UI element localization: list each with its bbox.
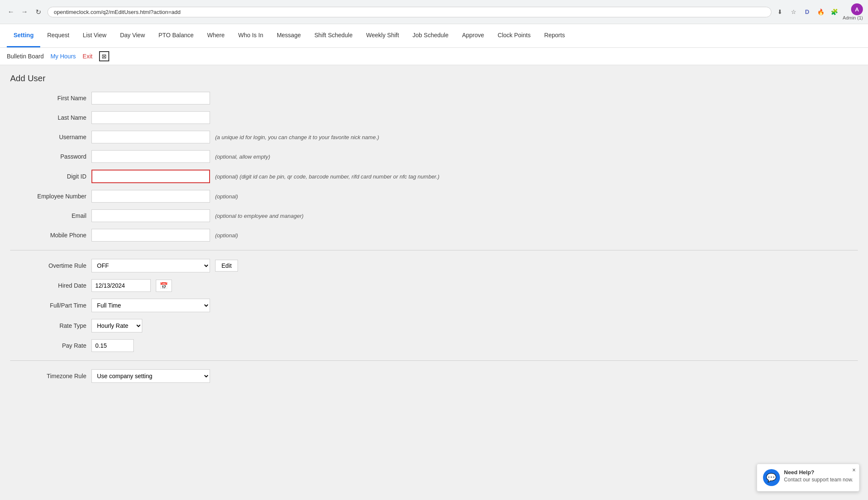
help-close-button[interactable]: × (852, 467, 856, 473)
exit-icon-box[interactable]: ⊠ (99, 51, 109, 61)
mobile-phone-input[interactable] (91, 229, 210, 242)
hired-date-label: Hired Date (10, 282, 86, 289)
username-row: Username (a unique id for login, you can… (10, 131, 858, 143)
timezone-rule-select[interactable]: Use company setting (91, 369, 210, 383)
full-part-time-label: Full/Part Time (10, 302, 86, 309)
last-name-row: Last Name (10, 111, 858, 124)
digit-id-row: Digit ID (optional) (digit id can be pin… (10, 170, 858, 183)
password-label: Password (10, 153, 86, 160)
sub-navigation: Bulletin Board My Hours Exit ⊠ (0, 48, 868, 65)
form-divider-1 (10, 250, 858, 250)
email-input[interactable] (91, 209, 210, 222)
nav-item-day-view[interactable]: Day View (113, 24, 152, 47)
nav-item-shift-schedule[interactable]: Shift Schedule (307, 24, 359, 47)
nav-item-where[interactable]: Where (200, 24, 231, 47)
calendar-button[interactable]: 📅 (156, 280, 172, 292)
nav-item-weekly-shift[interactable]: Weekly Shift (359, 24, 406, 47)
form-divider-2 (10, 360, 858, 361)
help-title: Need Help? (784, 469, 853, 475)
email-label: Email (10, 212, 86, 219)
hired-date-row: Hired Date 📅 (10, 279, 858, 292)
full-part-time-select[interactable]: Full Time Part Time (91, 299, 210, 312)
overtime-rule-label: Overtime Rule (10, 262, 86, 269)
back-button[interactable]: ← (5, 6, 17, 18)
flame-icon[interactable]: 🔥 (815, 7, 826, 17)
nav-item-reports[interactable]: Reports (537, 24, 572, 47)
mobile-phone-hint: (optional) (215, 232, 238, 239)
username-label: Username (10, 134, 86, 140)
first-name-input[interactable] (91, 92, 210, 104)
nav-item-job-schedule[interactable]: Job Schedule (406, 24, 455, 47)
nav-item-setting[interactable]: Setting (7, 24, 40, 47)
timezone-rule-row: Timezone Rule Use company setting (10, 369, 858, 383)
address-bar[interactable]: opentimeclock.com/q2/mEditUsers.html?act… (47, 7, 771, 17)
password-row: Password (optional, allow empty) (10, 150, 858, 163)
username-hint: (a unique id for login, you can change i… (215, 134, 379, 140)
admin-label: Admin (1) (843, 15, 863, 20)
page-title: Add User (10, 74, 858, 83)
nav-item-pto-balance[interactable]: PTO Balance (152, 24, 200, 47)
user-avatar[interactable]: A (851, 3, 863, 15)
nav-item-message[interactable]: Message (270, 24, 308, 47)
url-text: opentimeclock.com/q2/mEditUsers.html?act… (54, 9, 765, 15)
nav-item-list-view[interactable]: List View (76, 24, 113, 47)
digit-id-label: Digit ID (10, 173, 86, 180)
star-icon[interactable]: ☆ (788, 7, 799, 17)
last-name-input[interactable] (91, 111, 210, 124)
forward-button[interactable]: → (19, 6, 30, 18)
mobile-phone-label: Mobile Phone (10, 232, 86, 239)
nav-item-clock-points[interactable]: Clock Points (491, 24, 537, 47)
nav-buttons: ← → ↻ (5, 6, 44, 18)
password-hint: (optional, allow empty) (215, 154, 270, 160)
password-input[interactable] (91, 150, 210, 163)
download-icon[interactable]: ⬇ (775, 7, 785, 17)
add-user-form: First Name Last Name Username (a unique … (10, 92, 858, 383)
browser-icons: ⬇ ☆ D 🔥 🧩 A Admin (1) (775, 3, 863, 20)
employee-number-hint: (optional) (215, 193, 238, 200)
username-input[interactable] (91, 131, 210, 143)
extension-icon[interactable]: D (802, 7, 812, 17)
puzzle-icon[interactable]: 🧩 (829, 7, 839, 17)
subnav-exit[interactable]: Exit (83, 51, 92, 61)
mobile-phone-row: Mobile Phone (optional) (10, 229, 858, 242)
email-hint: (optional to employee and manager) (215, 213, 304, 219)
employee-number-label: Employee Number (10, 193, 86, 200)
help-subtitle: Contact our support team now. (784, 477, 853, 483)
rate-type-label: Rate Type (10, 322, 86, 329)
nav-item-request[interactable]: Request (40, 24, 76, 47)
first-name-row: First Name (10, 92, 858, 104)
employee-number-row: Employee Number (optional) (10, 190, 858, 203)
first-name-label: First Name (10, 95, 86, 102)
edit-overtime-button[interactable]: Edit (215, 260, 238, 272)
last-name-label: Last Name (10, 114, 86, 121)
chat-bubble-icon[interactable]: 💬 (763, 469, 780, 486)
subnav-my-hours[interactable]: My Hours (50, 51, 76, 61)
overtime-rule-select[interactable]: OFF (91, 259, 210, 272)
rate-type-select[interactable]: Hourly Rate Salary (91, 319, 142, 332)
top-navigation: Setting Request List View Day View PTO B… (0, 24, 868, 48)
pay-rate-label: Pay Rate (10, 342, 86, 349)
hired-date-input[interactable] (91, 279, 151, 292)
help-widget: 💬 Need Help? Contact our support team no… (757, 464, 860, 492)
email-row: Email (optional to employee and manager) (10, 209, 858, 222)
reload-button[interactable]: ↻ (32, 6, 44, 18)
browser-chrome: ← → ↻ opentimeclock.com/q2/mEditUsers.ht… (0, 0, 868, 24)
pay-rate-input[interactable] (91, 339, 134, 352)
digit-id-hint: (optional) (digit id can be pin, qr code… (215, 173, 440, 180)
page-content: Add User First Name Last Name Username (… (0, 65, 868, 500)
rate-type-row: Rate Type Hourly Rate Salary (10, 319, 858, 332)
digit-id-input[interactable] (91, 170, 210, 183)
employee-number-input[interactable] (91, 190, 210, 203)
nav-item-approve[interactable]: Approve (455, 24, 491, 47)
nav-item-who-is-in[interactable]: Who Is In (232, 24, 270, 47)
timezone-rule-label: Timezone Rule (10, 373, 86, 379)
pay-rate-row: Pay Rate (10, 339, 858, 352)
subnav-bulletin-board[interactable]: Bulletin Board (7, 51, 44, 61)
overtime-rule-row: Overtime Rule OFF Edit (10, 259, 858, 272)
full-part-time-row: Full/Part Time Full Time Part Time (10, 299, 858, 312)
help-text: Need Help? Contact our support team now. (784, 469, 853, 483)
